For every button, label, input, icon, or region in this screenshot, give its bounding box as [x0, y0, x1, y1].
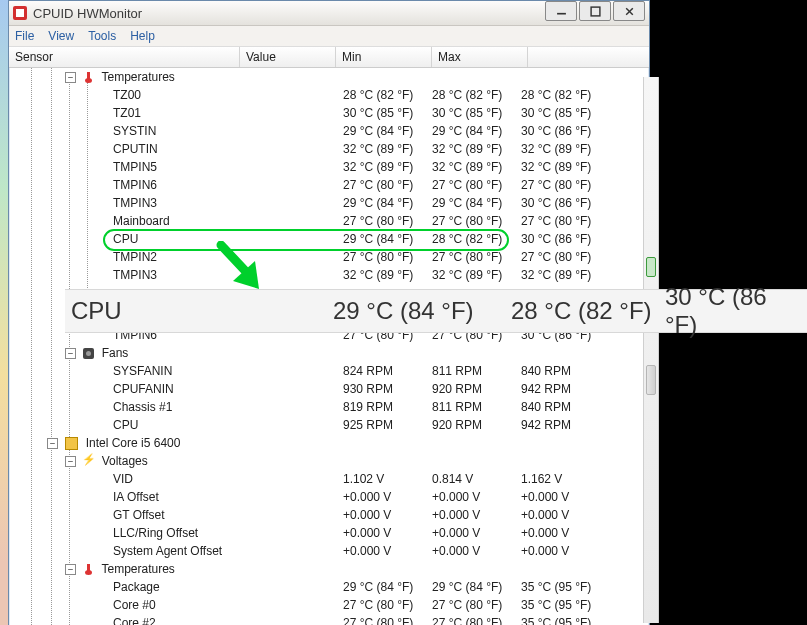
menu-tools[interactable]: Tools [88, 29, 116, 43]
node-label: Voltages [102, 454, 148, 468]
sensor-name: Chassis #1 [113, 400, 172, 414]
sensor-max: +0.000 V [521, 508, 610, 522]
collapse-icon[interactable]: − [65, 456, 76, 467]
sensor-value: 29 °C (84 °F) [343, 580, 432, 594]
sensor-min: 920 RPM [432, 382, 521, 396]
table-row[interactable]: TZ0130 °C (85 °F)30 °C (85 °F)30 °C (85 … [9, 104, 649, 122]
sensor-max: 27 °C (80 °F) [521, 250, 610, 264]
callout-min: 28 °C (82 °F) [511, 297, 665, 325]
sensor-name: LLC/Ring Offset [113, 526, 198, 540]
sensor-max: 840 RPM [521, 400, 610, 414]
scroll-thumb[interactable] [646, 257, 656, 277]
node-label: Intel Core i5 6400 [86, 436, 181, 450]
table-row[interactable]: CPUFANIN930 RPM920 RPM942 RPM [9, 380, 649, 398]
sensor-value: 27 °C (80 °F) [343, 616, 432, 625]
table-row[interactable]: LLC/Ring Offset+0.000 V+0.000 V+0.000 V [9, 524, 649, 542]
column-header: Sensor Value Min Max [9, 47, 649, 68]
callout-name: CPU [65, 297, 333, 325]
table-row[interactable]: SYSFANIN824 RPM811 RPM840 RPM [9, 362, 649, 380]
tree-node-temperatures[interactable]: − Temperatures [9, 68, 649, 86]
table-row[interactable]: CPU925 RPM920 RPM942 RPM [9, 416, 649, 434]
tree-node-cpu-temps[interactable]: − Temperatures [9, 560, 649, 578]
sensor-value: 1.102 V [343, 472, 432, 486]
table-row[interactable]: TMPIN532 °C (89 °F)32 °C (89 °F)32 °C (8… [9, 158, 649, 176]
sensor-min: +0.000 V [432, 490, 521, 504]
scrollbar[interactable] [643, 77, 659, 623]
sensor-max: 840 RPM [521, 364, 610, 378]
table-row[interactable]: Package29 °C (84 °F)29 °C (84 °F)35 °C (… [9, 578, 649, 596]
table-row[interactable]: Chassis #1819 RPM811 RPM840 RPM [9, 398, 649, 416]
table-row[interactable]: TMPIN329 °C (84 °F)29 °C (84 °F)30 °C (8… [9, 194, 649, 212]
tree-node-fans[interactable]: − Fans [9, 344, 649, 362]
svg-rect-1 [591, 7, 600, 16]
collapse-icon[interactable]: − [65, 564, 76, 575]
sensor-name: CPU [113, 232, 138, 246]
col-sensor[interactable]: Sensor [9, 47, 240, 67]
sensor-min: 27 °C (80 °F) [432, 250, 521, 264]
sensor-min: 811 RPM [432, 400, 521, 414]
maximize-button[interactable] [579, 1, 611, 21]
sensor-max: 942 RPM [521, 382, 610, 396]
col-value[interactable]: Value [240, 47, 336, 67]
sensor-min: 29 °C (84 °F) [432, 196, 521, 210]
table-row[interactable]: Core #227 °C (80 °F)27 °C (80 °F)35 °C (… [9, 614, 649, 625]
table-row[interactable]: CPU29 °C (84 °F)28 °C (82 °F)30 °C (86 °… [9, 230, 649, 248]
table-row[interactable]: GT Offset+0.000 V+0.000 V+0.000 V [9, 506, 649, 524]
sensor-min: 32 °C (89 °F) [432, 160, 521, 174]
scroll-thumb[interactable] [646, 365, 656, 395]
sensor-name: TZ01 [113, 106, 141, 120]
menu-file[interactable]: File [15, 29, 34, 43]
table-row[interactable]: IA Offset+0.000 V+0.000 V+0.000 V [9, 488, 649, 506]
sensor-name: Package [113, 580, 160, 594]
close-button[interactable] [613, 1, 645, 21]
table-row[interactable]: Mainboard27 °C (80 °F)27 °C (80 °F)27 °C… [9, 212, 649, 230]
table-row[interactable]: Core #027 °C (80 °F)27 °C (80 °F)35 °C (… [9, 596, 649, 614]
sensor-min: 28 °C (82 °F) [432, 232, 521, 246]
sensor-name: TZ00 [113, 88, 141, 102]
title-bar[interactable]: CPUID HWMonitor [9, 1, 649, 26]
menu-view[interactable]: View [48, 29, 74, 43]
table-row[interactable]: TMPIN627 °C (80 °F)27 °C (80 °F)27 °C (8… [9, 176, 649, 194]
sensor-max: 942 RPM [521, 418, 610, 432]
sensor-value: 29 °C (84 °F) [343, 124, 432, 138]
table-row[interactable]: TMPIN332 °C (89 °F)32 °C (89 °F)32 °C (8… [9, 266, 649, 284]
table-row[interactable]: SYSTIN29 °C (84 °F)29 °C (84 °F)30 °C (8… [9, 122, 649, 140]
sensor-max: 35 °C (95 °F) [521, 580, 610, 594]
sensor-max: 27 °C (80 °F) [521, 214, 610, 228]
col-max[interactable]: Max [432, 47, 528, 67]
sensor-max: +0.000 V [521, 544, 610, 558]
sensor-min: 27 °C (80 °F) [432, 598, 521, 612]
sensor-max: 27 °C (80 °F) [521, 178, 610, 192]
collapse-icon[interactable]: − [65, 348, 76, 359]
sensor-tree[interactable]: − Temperatures TZ0028 °C (82 °F)28 °C (8… [9, 68, 649, 625]
sensor-min: 920 RPM [432, 418, 521, 432]
sensor-max: +0.000 V [521, 526, 610, 540]
sensor-min: 29 °C (84 °F) [432, 124, 521, 138]
table-row[interactable]: CPUTIN32 °C (89 °F)32 °C (89 °F)32 °C (8… [9, 140, 649, 158]
sensor-max: 30 °C (85 °F) [521, 106, 610, 120]
sensor-value: 30 °C (85 °F) [343, 106, 432, 120]
sensor-value: 27 °C (80 °F) [343, 598, 432, 612]
tree-node-cpu[interactable]: − Intel Core i5 6400 [9, 434, 649, 452]
sensor-min: +0.000 V [432, 508, 521, 522]
sensor-value: 29 °C (84 °F) [343, 232, 432, 246]
minimize-button[interactable] [545, 1, 577, 21]
sensor-value: 29 °C (84 °F) [343, 196, 432, 210]
col-min[interactable]: Min [336, 47, 432, 67]
sensor-min: 0.814 V [432, 472, 521, 486]
sensor-name: TMPIN6 [113, 178, 157, 192]
table-row[interactable]: VID1.102 V0.814 V1.162 V [9, 470, 649, 488]
table-row[interactable]: TZ0028 °C (82 °F)28 °C (82 °F)28 °C (82 … [9, 86, 649, 104]
tree-node-voltages[interactable]: − Voltages [9, 452, 649, 470]
table-row[interactable]: System Agent Offset+0.000 V+0.000 V+0.00… [9, 542, 649, 560]
collapse-icon[interactable]: − [47, 438, 58, 449]
collapse-icon[interactable]: − [65, 72, 76, 83]
table-row[interactable]: TMPIN227 °C (80 °F)27 °C (80 °F)27 °C (8… [9, 248, 649, 266]
sensor-name: TMPIN3 [113, 268, 157, 282]
sensor-name: TMPIN3 [113, 196, 157, 210]
sensor-min: 27 °C (80 °F) [432, 616, 521, 625]
sensor-name: Core #2 [113, 616, 156, 625]
menu-help[interactable]: Help [130, 29, 155, 43]
sensor-value: +0.000 V [343, 490, 432, 504]
sensor-value: +0.000 V [343, 508, 432, 522]
